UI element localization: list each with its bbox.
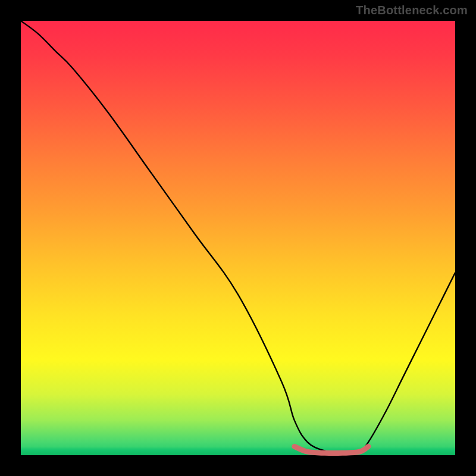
chart-stage: TheBottleneck.com (0, 0, 476, 476)
highlight-segment-path (295, 446, 368, 453)
plot-area (21, 21, 455, 455)
watermark-text: TheBottleneck.com (356, 4, 468, 17)
bottleneck-curve-path (21, 21, 455, 453)
curve-svg (21, 21, 455, 455)
